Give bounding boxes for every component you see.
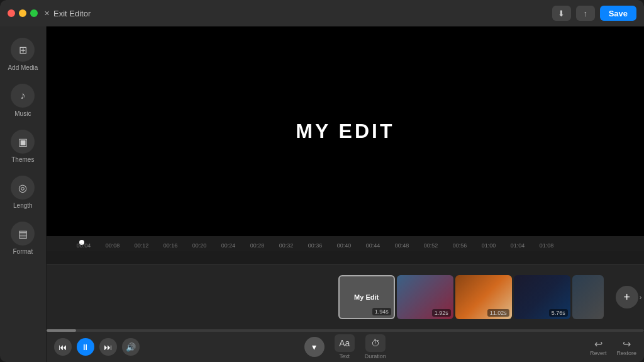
ruler-label-8: 00:32 (279, 242, 294, 249)
title-bar-text: ✕ Exit Editor (44, 9, 91, 18)
title-card-clip[interactable]: My Edit 1.94s (338, 275, 395, 319)
music-icon: ♪ (11, 84, 35, 108)
volume-button[interactable]: 🔊 (122, 338, 140, 356)
duration-tool-button[interactable]: ⏱ Duration (365, 334, 386, 359)
playback-controls: ⏮ ⏸ ⏭ 🔊 ▾ Aa Text ⏱ Duration (47, 332, 644, 362)
sidebar-item-music[interactable]: ♪ Music (3, 79, 43, 122)
text-icon: Aa (335, 334, 355, 352)
ruler-label-17: 01:08 (540, 242, 554, 249)
thumb-4 (572, 275, 604, 319)
ruler-label-14: 00:56 (453, 242, 467, 249)
themes-icon: ▣ (11, 130, 35, 154)
ruler-label-11: 00:44 (366, 242, 380, 249)
save-button[interactable]: Save (600, 6, 636, 21)
sidebar-label-themes: Themes (11, 156, 34, 163)
ruler-label-5: 00:20 (192, 242, 207, 249)
length-icon: ◎ (11, 176, 35, 200)
restore-button[interactable]: ↪ Restore (616, 338, 636, 356)
minimize-button[interactable] (19, 9, 26, 17)
playback-center: ▾ Aa Text ⏱ Duration (304, 334, 386, 359)
content-area: MY EDIT 00:04 00:08 00:12 00:16 00:20 00… (47, 26, 644, 362)
sidebar: ⊞ Add Media ♪ Music ▣ Themes ◎ Length ▤ … (0, 26, 47, 362)
text-tool-button[interactable]: Aa Text (335, 334, 355, 359)
editor-title: Exit Editor (53, 9, 91, 18)
ruler-label-3: 00:12 (135, 242, 149, 249)
play-pause-button[interactable]: ⏸ (77, 338, 94, 356)
chevron-down-button[interactable]: ▾ (304, 337, 325, 357)
add-media-icon: ⊞ (11, 38, 35, 62)
revert-button[interactable]: ↩ Revert (590, 338, 607, 356)
ruler-label-12: 00:48 (395, 242, 409, 249)
video-clip-1[interactable]: 1.92s (397, 275, 453, 319)
title-card-label: My Edit (354, 293, 379, 301)
revert-restore-group: ↩ Revert ↪ Restore (590, 338, 636, 356)
clip2-duration: 11.02s (487, 309, 509, 317)
clips-area[interactable]: My Edit 1.94s 1.92s 11.02s 5.76s (47, 265, 644, 329)
video-clip-4[interactable] (572, 275, 604, 319)
playback-left: ⏮ ⏸ ⏭ 🔊 (54, 338, 140, 356)
add-clip-button[interactable]: + (616, 286, 638, 308)
skip-forward-button[interactable]: ⏭ (99, 338, 117, 356)
skip-back-button[interactable]: ⏮ (54, 338, 72, 356)
title-bar: ✕ Exit Editor ⬇ ↑ Save (0, 0, 644, 26)
ruler-label-7: 00:28 (250, 242, 265, 249)
revert-label: Revert (590, 350, 607, 356)
download-icon-button[interactable]: ⬇ (552, 6, 571, 21)
title-bar-right: ⬇ ↑ Save (552, 6, 636, 21)
sidebar-label-length: Length (13, 202, 33, 209)
text-label: Text (340, 353, 350, 359)
ruler-label-15: 01:00 (482, 242, 496, 249)
add-clip-area: + › (611, 286, 641, 308)
sidebar-item-length[interactable]: ◎ Length (3, 171, 43, 214)
revert-icon: ↩ (594, 338, 602, 350)
video-clip-2[interactable]: 11.02s (455, 275, 512, 319)
video-preview: MY EDIT (47, 26, 644, 236)
ruler-label-16: 01:04 (511, 242, 525, 249)
ruler-label-2: 00:08 (106, 242, 120, 249)
sidebar-label-add-media: Add Media (8, 64, 38, 71)
close-button[interactable] (8, 9, 15, 17)
restore-label: Restore (616, 350, 636, 356)
main-layout: ⊞ Add Media ♪ Music ▣ Themes ◎ Length ▤ … (0, 26, 644, 362)
clip1-duration: 1.92s (432, 309, 451, 317)
add-clip-chevron-icon: › (640, 294, 641, 301)
sidebar-label-format: Format (13, 248, 33, 255)
clip3-duration: 5.76s (549, 309, 568, 317)
timeline-area: 00:04 00:08 00:12 00:16 00:20 00:24 00:2… (47, 236, 644, 362)
ruler-label-1: 00:04 (77, 242, 91, 249)
exit-icon: ✕ (44, 9, 50, 18)
duration-icon: ⏱ (365, 334, 386, 352)
duration-label: Duration (365, 353, 386, 359)
time-ruler: 00:04 00:08 00:12 00:16 00:20 00:24 00:2… (47, 236, 644, 251)
audio-track (47, 251, 644, 265)
video-clip-3[interactable]: 5.76s (514, 275, 570, 319)
ruler-label-13: 00:52 (424, 242, 438, 249)
restore-icon: ↪ (623, 338, 631, 350)
ruler-label-4: 00:16 (164, 242, 178, 249)
traffic-lights (8, 9, 38, 17)
sidebar-item-themes[interactable]: ▣ Themes (3, 125, 43, 168)
playback-right: ↩ Revert ↪ Restore (590, 338, 636, 356)
format-icon: ▤ (11, 222, 35, 246)
video-preview-title: MY EDIT (296, 120, 394, 143)
maximize-button[interactable] (30, 9, 38, 17)
sidebar-item-add-media[interactable]: ⊞ Add Media (3, 33, 43, 76)
sidebar-label-music: Music (14, 110, 31, 117)
title-card-duration: 1.94s (372, 308, 391, 315)
ruler-label-6: 00:24 (221, 242, 236, 249)
ruler-label-9: 00:36 (308, 242, 323, 249)
share-icon-button[interactable]: ↑ (576, 6, 595, 21)
ruler-label-10: 00:40 (337, 242, 352, 249)
sidebar-item-format[interactable]: ▤ Format (3, 217, 43, 260)
ruler-marks: 00:04 00:08 00:12 00:16 00:20 00:24 00:2… (49, 236, 641, 251)
